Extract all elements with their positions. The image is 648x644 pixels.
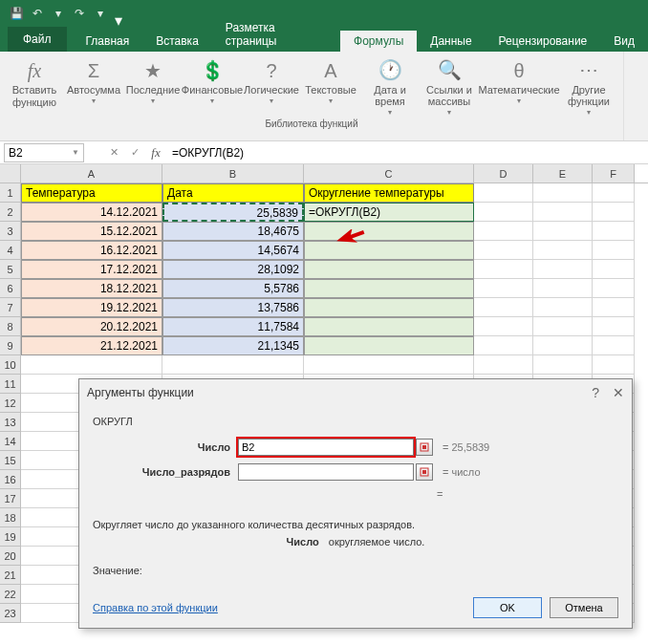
cell-d6[interactable]	[474, 279, 533, 298]
tab-file[interactable]: Файл	[8, 27, 67, 52]
cell-a8[interactable]: 20.12.2021	[21, 317, 162, 336]
cell-a5[interactable]: 17.12.2021	[21, 260, 162, 279]
qat-customize-icon[interactable]: ▾	[115, 11, 122, 15]
cell-d5[interactable]	[474, 260, 533, 279]
name-box[interactable]: B2▼	[4, 143, 84, 162]
help-icon[interactable]: ?	[592, 385, 599, 400]
undo-dropdown-icon[interactable]: ▾	[48, 3, 69, 24]
insert-function-button[interactable]: fxВставить функцию	[6, 55, 63, 118]
cell-d1[interactable]	[474, 183, 533, 203]
cell-f8[interactable]	[593, 317, 635, 336]
cell-b10[interactable]	[162, 355, 304, 375]
cell-b9[interactable]: 21,1345	[162, 336, 304, 355]
cell-b6[interactable]: 5,5786	[162, 279, 304, 298]
row-header-20[interactable]: 20	[0, 547, 21, 566]
arg1-input[interactable]	[238, 439, 414, 456]
cell-e8[interactable]	[533, 317, 593, 336]
cell-d9[interactable]	[474, 336, 533, 355]
arg2-input[interactable]	[238, 463, 414, 481]
ok-button[interactable]: OK	[473, 597, 542, 618]
arg1-range-picker-icon[interactable]	[416, 439, 433, 456]
namebox-dropdown-icon[interactable]: ▼	[72, 148, 79, 157]
cell-b8[interactable]: 11,7584	[162, 317, 304, 336]
row-header-11[interactable]: 11	[0, 375, 21, 394]
row-header-13[interactable]: 13	[0, 413, 21, 432]
tab-layout[interactable]: Разметка страницы	[212, 17, 340, 52]
logical-button[interactable]: ?Логические▾	[243, 55, 300, 118]
row-header-8[interactable]: 8	[0, 317, 21, 336]
cell-a2[interactable]: 14.12.2021	[21, 203, 162, 222]
col-header-f[interactable]: F	[593, 164, 635, 182]
cell-f4[interactable]	[593, 241, 635, 260]
cell-c2[interactable]: =ОКРУГЛ(B2)	[304, 203, 474, 222]
cell-c1[interactable]: Округление температуры	[304, 183, 474, 203]
row-header-9[interactable]: 9	[0, 336, 21, 355]
cell-b5[interactable]: 28,1092	[162, 260, 304, 279]
cell-e9[interactable]	[533, 336, 593, 355]
cell-f1[interactable]	[593, 183, 635, 203]
row-header-22[interactable]: 22	[0, 585, 21, 604]
redo-icon[interactable]: ↷	[69, 3, 90, 24]
redo-dropdown-icon[interactable]: ▾	[90, 3, 111, 24]
row-header-17[interactable]: 17	[0, 489, 21, 508]
row-header-12[interactable]: 12	[0, 394, 21, 413]
cell-f6[interactable]	[593, 279, 635, 298]
cell-f7[interactable]	[593, 298, 635, 317]
formula-input[interactable]	[166, 143, 648, 162]
undo-icon[interactable]: ↶	[27, 3, 48, 24]
cell-f3[interactable]	[593, 222, 635, 241]
col-header-b[interactable]: B	[162, 164, 304, 182]
text-button[interactable]: AТекстовые▾	[302, 55, 359, 118]
cell-f2[interactable]	[593, 203, 635, 222]
row-header-15[interactable]: 15	[0, 451, 21, 470]
cancel-formula-icon[interactable]: ✕	[103, 142, 124, 163]
col-header-c[interactable]: C	[304, 164, 474, 182]
accept-formula-icon[interactable]: ✓	[124, 142, 145, 163]
financial-button[interactable]: 💲Финансовые▾	[184, 55, 241, 118]
cell-d4[interactable]	[474, 241, 533, 260]
cell-e1[interactable]	[533, 183, 593, 203]
cell-d8[interactable]	[474, 317, 533, 336]
row-header-10[interactable]: 10	[0, 355, 21, 375]
save-icon[interactable]: 💾	[6, 3, 27, 24]
arg2-range-picker-icon[interactable]	[416, 463, 433, 481]
tab-insert[interactable]: Вставка	[142, 31, 212, 52]
cell-c10[interactable]	[304, 355, 474, 375]
cell-a1[interactable]: Температура	[21, 183, 162, 203]
row-header-21[interactable]: 21	[0, 566, 21, 585]
date-button[interactable]: 🕐Дата и время▾	[361, 55, 419, 118]
cell-a3[interactable]: 15.12.2021	[21, 222, 162, 241]
cell-b1[interactable]: Дата	[162, 183, 304, 203]
fx-button-icon[interactable]: fx	[145, 142, 166, 163]
cell-a6[interactable]: 18.12.2021	[21, 279, 162, 298]
cell-e10[interactable]	[533, 355, 593, 375]
cell-c8[interactable]	[304, 317, 474, 336]
cell-b7[interactable]: 13,7586	[162, 298, 304, 317]
cell-f10[interactable]	[593, 355, 635, 375]
row-header-2[interactable]: 2	[0, 203, 21, 222]
cell-c6[interactable]	[304, 279, 474, 298]
cell-e6[interactable]	[533, 279, 593, 298]
row-header-7[interactable]: 7	[0, 298, 21, 317]
cell-f9[interactable]	[593, 336, 635, 355]
recent-button[interactable]: ★Последние▾	[124, 55, 182, 118]
row-header-6[interactable]: 6	[0, 279, 21, 298]
row-header-14[interactable]: 14	[0, 432, 21, 451]
cell-b4[interactable]: 14,5674	[162, 241, 304, 260]
autosum-button[interactable]: ΣАвтосумма▾	[65, 55, 122, 118]
cell-c5[interactable]	[304, 260, 474, 279]
cell-d10[interactable]	[474, 355, 533, 375]
close-icon[interactable]: ✕	[613, 385, 624, 400]
cell-d2[interactable]	[474, 203, 533, 222]
cell-e3[interactable]	[533, 222, 593, 241]
col-header-e[interactable]: E	[533, 164, 593, 182]
cell-d7[interactable]	[474, 298, 533, 317]
row-header-23[interactable]: 23	[0, 604, 21, 623]
help-link[interactable]: Справка по этой функции	[93, 602, 218, 613]
cell-c9[interactable]	[304, 336, 474, 355]
cell-c7[interactable]	[304, 298, 474, 317]
tab-review[interactable]: Рецензирование	[486, 31, 601, 52]
select-all-corner[interactable]	[0, 164, 21, 182]
row-header-5[interactable]: 5	[0, 260, 21, 279]
cell-e4[interactable]	[533, 241, 593, 260]
